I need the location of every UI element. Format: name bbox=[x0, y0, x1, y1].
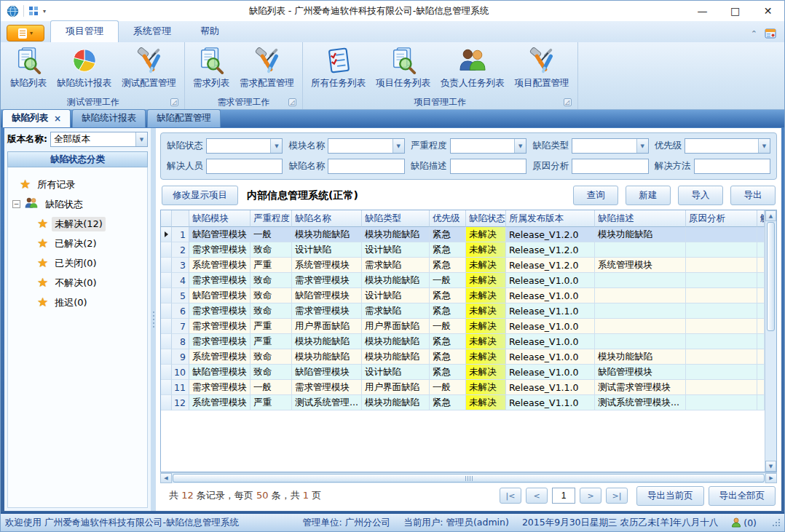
filter-input[interactable]: ▼ bbox=[206, 138, 283, 154]
table-cell[interactable]: 紧急 bbox=[430, 303, 466, 319]
resize-grip[interactable] bbox=[773, 519, 780, 526]
row-selector-cell[interactable] bbox=[161, 273, 172, 288]
table-row[interactable]: 1缺陷管理模块一般模块功能缺陷模块功能缺陷紧急未解决Release_V1.2.0… bbox=[161, 227, 765, 242]
table-cell[interactable] bbox=[757, 319, 765, 334]
table-cell[interactable] bbox=[595, 303, 686, 319]
ribbon-button[interactable]: 需求配置管理 bbox=[237, 46, 296, 90]
table-cell[interactable]: Release_V1.2.0 bbox=[506, 258, 595, 273]
table-cell[interactable]: Release_V1.0.0 bbox=[506, 273, 595, 288]
tree-node[interactable]: ★所有记录 bbox=[20, 175, 146, 194]
table-cell[interactable]: 需求缺陷 bbox=[362, 303, 430, 319]
table-cell[interactable] bbox=[757, 334, 765, 349]
first-page-button[interactable]: |< bbox=[500, 488, 521, 504]
filter-text-input[interactable] bbox=[207, 139, 270, 153]
table-cell[interactable]: 需求缺陷 bbox=[362, 258, 430, 273]
horizontal-scrollbar[interactable]: ◀ ▶ bbox=[160, 472, 777, 483]
table-row[interactable]: 7需求管理模块严重用户界面缺陷用户界面缺陷一般未解决Release_V1.0.0 bbox=[161, 319, 765, 334]
table-cell[interactable]: 系统管理模块 bbox=[292, 258, 362, 273]
table-cell[interactable]: 缺陷管理模块 bbox=[595, 365, 686, 380]
table-cell[interactable]: 严重 bbox=[251, 258, 292, 273]
row-selector-cell[interactable] bbox=[161, 303, 172, 319]
table-cell[interactable]: 需求管理模块 bbox=[189, 273, 251, 288]
chevron-down-icon[interactable]: ▼ bbox=[270, 139, 282, 153]
tree-node[interactable]: ★已解决(2) bbox=[37, 234, 146, 253]
row-selector-cell[interactable] bbox=[161, 227, 172, 242]
column-header[interactable]: 缺陷名称 bbox=[292, 210, 362, 227]
row-selector-cell[interactable] bbox=[161, 349, 172, 365]
defect-status-cell[interactable]: 未解决 bbox=[466, 303, 506, 319]
tree-node[interactable]: ★未解决(12) bbox=[37, 214, 146, 234]
table-cell[interactable]: 模块功能缺陷 bbox=[362, 395, 430, 410]
table-cell[interactable] bbox=[686, 380, 757, 395]
row-selector-cell[interactable] bbox=[161, 288, 172, 303]
table-cell[interactable] bbox=[757, 303, 765, 319]
defect-status-cell[interactable]: 未解决 bbox=[466, 349, 506, 365]
prev-page-button[interactable]: < bbox=[526, 488, 548, 504]
table-cell[interactable] bbox=[686, 349, 757, 365]
table-cell[interactable]: 模块功能缺陷 bbox=[595, 349, 686, 365]
scroll-right-icon[interactable]: ▶ bbox=[765, 473, 777, 483]
table-cell[interactable]: 致命 bbox=[251, 288, 292, 303]
table-cell[interactable]: 致命 bbox=[251, 303, 292, 319]
table-cell[interactable]: 严重 bbox=[251, 334, 292, 349]
filter-text-input[interactable] bbox=[451, 139, 514, 153]
table-cell[interactable] bbox=[757, 288, 765, 303]
new-button[interactable]: 新建 bbox=[626, 186, 671, 205]
ribbon-button[interactable]: 项目任务列表 bbox=[374, 46, 433, 90]
table-cell[interactable] bbox=[757, 227, 765, 242]
defect-status-cell[interactable]: 未解决 bbox=[466, 273, 506, 288]
export-button[interactable]: 导出 bbox=[730, 186, 776, 205]
defect-status-cell[interactable]: 未解决 bbox=[466, 319, 506, 334]
table-cell[interactable]: 测试系统管理... bbox=[292, 395, 362, 410]
defect-status-cell[interactable]: 未解决 bbox=[466, 227, 506, 242]
ribbon-tab-2[interactable]: 系统管理 bbox=[119, 21, 186, 42]
table-cell[interactable]: Release_V1.2.0 bbox=[506, 227, 595, 242]
table-cell[interactable]: 测试系统管理模块... bbox=[595, 395, 686, 410]
table-row[interactable]: 2需求管理模块致命设计缺陷设计缺陷紧急未解决Release_V1.2.0 bbox=[161, 242, 765, 258]
scroll-left-icon[interactable]: ◀ bbox=[160, 473, 172, 483]
horizontal-scroll-thumb[interactable] bbox=[173, 474, 765, 483]
row-selector-cell[interactable] bbox=[161, 258, 172, 273]
filter-input[interactable]: ▼ bbox=[685, 138, 770, 154]
online-users-icon[interactable] bbox=[731, 517, 741, 528]
filter-text-input[interactable] bbox=[695, 159, 770, 173]
about-help-icon[interactable] bbox=[765, 28, 777, 39]
defect-status-cell[interactable]: 未解决 bbox=[466, 258, 506, 273]
ribbon-button[interactable]: 测试配置管理 bbox=[119, 46, 178, 90]
column-header[interactable]: 缺陷模块 bbox=[189, 210, 251, 227]
table-cell[interactable]: 一般 bbox=[430, 319, 466, 334]
table-cell[interactable]: 用户界面缺陷 bbox=[292, 319, 362, 334]
minimize-button[interactable]: — bbox=[686, 1, 719, 21]
table-cell[interactable]: 严重 bbox=[251, 319, 292, 334]
column-header[interactable]: 缺陷类型 bbox=[362, 210, 430, 227]
defect-status-cell[interactable]: 未解决 bbox=[466, 365, 506, 380]
defect-status-cell[interactable]: 未解决 bbox=[466, 288, 506, 303]
table-cell[interactable] bbox=[757, 349, 765, 365]
table-row[interactable]: 6需求管理模块致命需求管理模块需求缺陷紧急未解决Release_V1.1.0 bbox=[161, 303, 765, 319]
column-header[interactable]: 严重程度 bbox=[251, 210, 292, 227]
column-header[interactable]: 优先级 bbox=[430, 210, 466, 227]
version-select[interactable]: 全部版本 ▼ bbox=[50, 132, 148, 147]
table-cell[interactable]: 缺陷管理模块 bbox=[189, 365, 251, 380]
table-row[interactable]: 5缺陷管理模块致命缺陷管理模块设计缺陷紧急未解决Release_V1.0.0 bbox=[161, 288, 765, 303]
tree-node[interactable]: ★不解决(0) bbox=[37, 273, 146, 293]
table-cell[interactable]: 需求管理模块 bbox=[189, 334, 251, 349]
row-selector-cell[interactable] bbox=[161, 395, 172, 410]
column-header[interactable]: 解决方法 bbox=[757, 210, 765, 227]
table-cell[interactable]: 测试需求管理模块 bbox=[595, 380, 686, 395]
table-row[interactable]: 10缺陷管理模块致命缺陷管理模块设计缺陷紧急未解决Release_V1.0.0缺… bbox=[161, 365, 765, 380]
table-cell[interactable]: Release_V1.0.0 bbox=[506, 334, 595, 349]
document-tab-3[interactable]: 缺陷配置管理 bbox=[147, 109, 221, 127]
filter-input[interactable] bbox=[450, 159, 526, 174]
table-cell[interactable] bbox=[686, 365, 757, 380]
table-cell[interactable]: Release_V1.0.0 bbox=[506, 319, 595, 334]
table-cell[interactable] bbox=[686, 303, 757, 319]
table-cell[interactable] bbox=[595, 334, 686, 349]
table-cell[interactable]: Release_V1.0.0 bbox=[506, 349, 595, 365]
table-cell[interactable] bbox=[757, 242, 765, 258]
filter-input[interactable]: ▼ bbox=[572, 138, 648, 154]
document-tab-2[interactable]: 缺陷统计报表 bbox=[72, 109, 146, 127]
table-cell[interactable]: 紧急 bbox=[430, 365, 466, 380]
chevron-down-icon[interactable]: ▼ bbox=[514, 139, 526, 153]
table-cell[interactable]: 需求管理模块 bbox=[189, 380, 251, 395]
